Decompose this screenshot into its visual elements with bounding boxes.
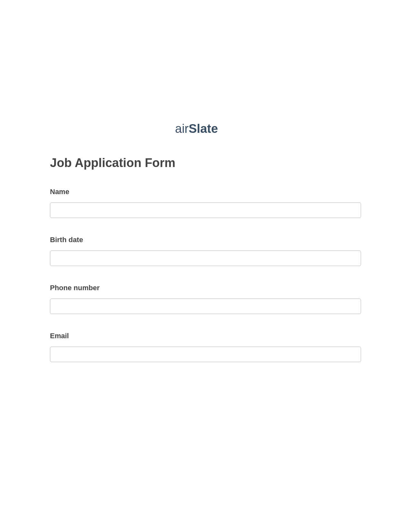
birthdate-input[interactable] <box>50 251 361 266</box>
name-input[interactable] <box>50 202 361 218</box>
form-page: airSlate Job Application Form Name Birth… <box>0 0 411 362</box>
form-field-name: Name <box>50 188 361 218</box>
form-field-email: Email <box>50 332 361 362</box>
email-input[interactable] <box>50 347 361 362</box>
email-label: Email <box>50 332 361 340</box>
name-label: Name <box>50 188 361 196</box>
birthdate-label: Birth date <box>50 236 361 244</box>
brand-logo: airSlate <box>50 123 361 137</box>
form-title: Job Application Form <box>50 156 361 170</box>
form-field-birthdate: Birth date <box>50 236 361 266</box>
svg-text:airSlate: airSlate <box>175 123 218 135</box>
airslate-logo-icon: airSlate <box>175 123 236 135</box>
form-field-phone: Phone number <box>50 284 361 314</box>
phone-input[interactable] <box>50 299 361 314</box>
phone-label: Phone number <box>50 284 361 292</box>
